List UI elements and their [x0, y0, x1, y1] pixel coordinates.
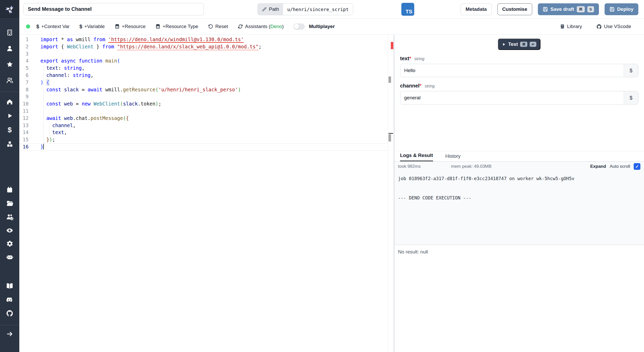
- windmill-logo[interactable]: [0, 0, 19, 19]
- code-line: 13 channel,: [19, 122, 388, 129]
- calendar-icon[interactable]: [0, 184, 19, 195]
- book-icon[interactable]: [0, 281, 19, 291]
- insert-variable-button[interactable]: $: [624, 91, 638, 104]
- book-icon: [560, 24, 565, 29]
- metadata-button[interactable]: Metadata: [461, 3, 492, 15]
- channel-arg-input[interactable]: [400, 91, 624, 104]
- discord-icon[interactable]: [0, 294, 19, 305]
- sidebar-divider: [0, 92, 19, 92]
- line-number: 7: [19, 79, 29, 86]
- code-line: 9: [19, 93, 388, 100]
- result-text: No result: null: [398, 249, 428, 254]
- field-type: string: [425, 84, 435, 89]
- field-type: string: [414, 57, 424, 61]
- eye-icon[interactable]: [0, 225, 19, 235]
- use-vscode-button[interactable]: Use VScode: [596, 24, 631, 29]
- gear-icon[interactable]: [0, 239, 19, 249]
- path-control[interactable]: Path u/henri/sincere_script: [258, 3, 353, 15]
- tab-history[interactable]: History: [445, 153, 461, 161]
- run-panel: Test ⌘ ↵ text* string $ channel* st: [394, 35, 644, 352]
- folder-icon[interactable]: [0, 198, 19, 208]
- text-cursor: [43, 144, 44, 149]
- tab-logs-result[interactable]: Logs & Result: [400, 153, 433, 161]
- arrow-right-icon[interactable]: [0, 329, 19, 339]
- line-number: 6: [19, 72, 29, 79]
- result-panel: No result: null: [394, 245, 644, 352]
- building-icon[interactable]: [0, 27, 19, 38]
- play-icon[interactable]: [0, 111, 19, 121]
- github-icon[interactable]: [0, 308, 19, 318]
- code-line: 5 text: string,: [19, 65, 388, 72]
- star-icon[interactable]: [0, 59, 19, 69]
- user-group-gear-icon[interactable]: [0, 212, 19, 222]
- code-editor[interactable]: 1import * as wmill from 'https://deno.la…: [19, 35, 388, 352]
- add-context-var-button[interactable]: $ +Context Var: [36, 24, 70, 30]
- rotate-ccw-icon: [208, 24, 213, 29]
- code-line: 15 });: [19, 136, 388, 143]
- line-number: 13: [19, 122, 29, 129]
- code-line: 6 channel: string,: [19, 72, 388, 79]
- code-line: 8 const slack = await wmill.getResource(…: [19, 86, 388, 93]
- dollar-icon[interactable]: $: [0, 125, 19, 135]
- editor-overview-ruler[interactable]: [388, 35, 394, 352]
- text-arg-input[interactable]: [400, 64, 624, 77]
- line-number: 15: [19, 136, 29, 143]
- path-value: u/henri/sincere_script: [283, 4, 353, 15]
- overview-marker: [388, 134, 391, 142]
- logs-tabs: Logs & Result History: [394, 151, 644, 162]
- cursor-marker: [388, 133, 393, 134]
- assistants-lang: Deno: [270, 24, 282, 29]
- path-edit-button[interactable]: Path: [258, 4, 283, 15]
- code-line: 4export async function main(: [19, 57, 388, 65]
- sidebar: $: [0, 0, 19, 352]
- kbd-cmd: ⌘: [520, 42, 527, 47]
- sidebar-divider: [0, 325, 19, 325]
- field-name: channel: [400, 83, 420, 89]
- run-status-bar: took 982ms mem peak: 49.03MB Expand Auto…: [394, 162, 644, 171]
- users-icon[interactable]: [0, 75, 19, 85]
- save-draft-button[interactable]: Save draft ⌘ S: [538, 3, 599, 15]
- pencil-icon: [262, 7, 267, 12]
- database-icon: [155, 24, 160, 29]
- code-line: 1import * as wmill from 'https://deno.la…: [19, 36, 388, 43]
- expand-logs-button[interactable]: Expand: [590, 164, 606, 169]
- play-icon: [502, 42, 506, 46]
- robot-icon[interactable]: [0, 252, 19, 262]
- field-text: text* string $: [400, 56, 638, 77]
- job-logs: job 018963f2-a317-d81f-f1f0-e3cc23418747…: [394, 171, 644, 245]
- line-number: 9: [19, 93, 29, 100]
- required-asterisk: *: [409, 56, 411, 61]
- home-icon[interactable]: [0, 96, 19, 107]
- line-number: 2: [19, 43, 29, 50]
- kbd-s: S: [587, 6, 594, 12]
- code-line: 10 const web = new WebClient(slack.token…: [19, 100, 388, 108]
- test-args-form: Test ⌘ ↵ text* string $ channel* st: [394, 35, 644, 151]
- customise-button[interactable]: Customise: [497, 3, 532, 15]
- kbd-cmd: ⌘: [577, 6, 585, 12]
- insert-variable-button[interactable]: $: [624, 64, 638, 77]
- assistants-button[interactable]: Assistants (Deno): [238, 24, 284, 29]
- test-button[interactable]: Test ⌘ ↵: [498, 39, 540, 50]
- line-number: 14: [19, 129, 29, 136]
- deploy-button[interactable]: Deploy: [605, 3, 638, 15]
- cubes-icon[interactable]: [0, 139, 19, 149]
- user-icon[interactable]: [0, 43, 19, 54]
- script-title-input[interactable]: [23, 3, 204, 15]
- multiplayer-label: Multiplayer: [309, 24, 335, 29]
- add-resource-button[interactable]: +Resource: [115, 24, 146, 29]
- code-line: 3: [19, 50, 388, 58]
- code-line: 12 await web.chat.postMessage({: [19, 115, 388, 122]
- add-resource-type-button[interactable]: +Resource Type: [155, 24, 198, 29]
- code-line: 14 text,: [19, 129, 388, 136]
- line-number: 8: [19, 86, 29, 93]
- multiplayer-toggle[interactable]: [293, 23, 305, 30]
- overview-marker: [388, 76, 391, 83]
- library-button[interactable]: Library: [560, 24, 582, 29]
- field-channel: channel* string $: [400, 83, 638, 104]
- line-number: 10: [19, 100, 29, 108]
- reset-button[interactable]: Reset: [208, 24, 228, 29]
- add-variable-button[interactable]: $ +Variable: [79, 24, 105, 30]
- autoscroll-checkbox[interactable]: ✓: [634, 163, 640, 170]
- line-number: 4: [19, 57, 29, 65]
- autoscroll-label: Auto scroll: [610, 164, 630, 169]
